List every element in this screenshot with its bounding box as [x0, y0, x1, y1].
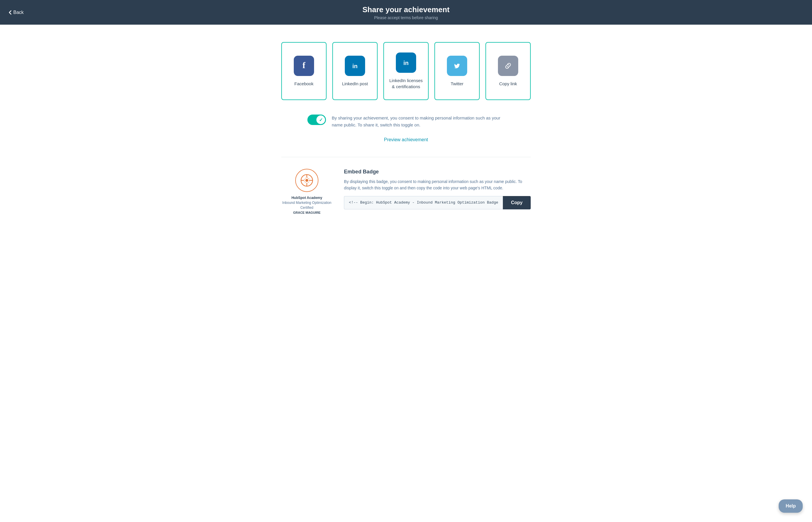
badge-cert-text: Inbound Marketing Optimization Certified: [282, 201, 331, 210]
main-content: f Facebook in LinkedIn post in: [276, 25, 536, 227]
badge-org-name: HubSpot Academy: [281, 196, 332, 200]
twitter-icon: [447, 56, 467, 76]
preview-achievement-link[interactable]: Preview achievement: [384, 137, 428, 142]
svg-text:f: f: [303, 61, 306, 70]
share-card-copy-link[interactable]: Copy link: [485, 42, 531, 100]
share-cards-container: f Facebook in LinkedIn post in: [281, 42, 531, 100]
share-card-linkedin-cert[interactable]: in LinkedIn licenses & certifications: [383, 42, 429, 100]
toggle-knob: ✓: [317, 116, 325, 124]
embed-info: Embed Badge By displaying this badge, yo…: [344, 169, 531, 209]
embed-section: HubSpot Academy Inbound Marketing Optimi…: [281, 169, 531, 215]
share-card-twitter[interactable]: Twitter: [434, 42, 480, 100]
svg-rect-6: [504, 61, 513, 71]
consent-area: ✓ By sharing your achievement, you conse…: [307, 115, 505, 128]
embed-code-field[interactable]: <!-- Begin: HubSpot Academy - Inbound Ma…: [344, 196, 503, 209]
facebook-icon: f: [294, 56, 314, 76]
svg-point-8: [305, 179, 308, 182]
linkedin-post-label: LinkedIn post: [342, 81, 368, 87]
page-subtitle: Please accept terms before sharing: [6, 15, 806, 20]
consent-text: By sharing your achievement, you consent…: [332, 115, 505, 128]
copy-button[interactable]: Copy: [503, 196, 531, 209]
embed-description: By displaying this badge, you consent to…: [344, 178, 531, 192]
copy-link-label: Copy link: [499, 81, 517, 87]
copy-link-icon: [498, 56, 518, 76]
back-label: Back: [13, 10, 24, 15]
embed-code-row: <!-- Begin: HubSpot Academy - Inbound Ma…: [344, 196, 531, 209]
consent-toggle-wrapper[interactable]: ✓: [307, 115, 326, 125]
share-card-linkedin-post[interactable]: in LinkedIn post: [332, 42, 378, 100]
page-header: Back Share your achievement Please accep…: [0, 0, 812, 25]
linkedin-cert-icon: in: [396, 53, 416, 73]
svg-text:in: in: [403, 60, 409, 66]
badge-preview: HubSpot Academy Inbound Marketing Optimi…: [281, 169, 332, 215]
linkedin-cert-label: LinkedIn licenses & certifications: [389, 77, 423, 89]
back-button[interactable]: Back: [9, 10, 24, 15]
section-divider: [281, 157, 531, 157]
consent-toggle[interactable]: ✓: [307, 115, 326, 125]
svg-text:in: in: [352, 63, 358, 69]
help-button[interactable]: Help: [779, 499, 803, 513]
badge-org-text: HubSpot Academy Inbound Marketing Optimi…: [281, 196, 332, 215]
preview-link-container: Preview achievement: [281, 137, 531, 142]
linkedin-post-icon: in: [345, 56, 365, 76]
badge-logo: [295, 169, 319, 192]
badge-user-name: GRACE MAGUIRE: [281, 210, 332, 215]
twitter-label: Twitter: [451, 81, 463, 87]
page-title: Share your achievement: [6, 5, 806, 14]
facebook-label: Facebook: [295, 81, 313, 87]
embed-title: Embed Badge: [344, 169, 531, 175]
share-card-facebook[interactable]: f Facebook: [281, 42, 327, 100]
